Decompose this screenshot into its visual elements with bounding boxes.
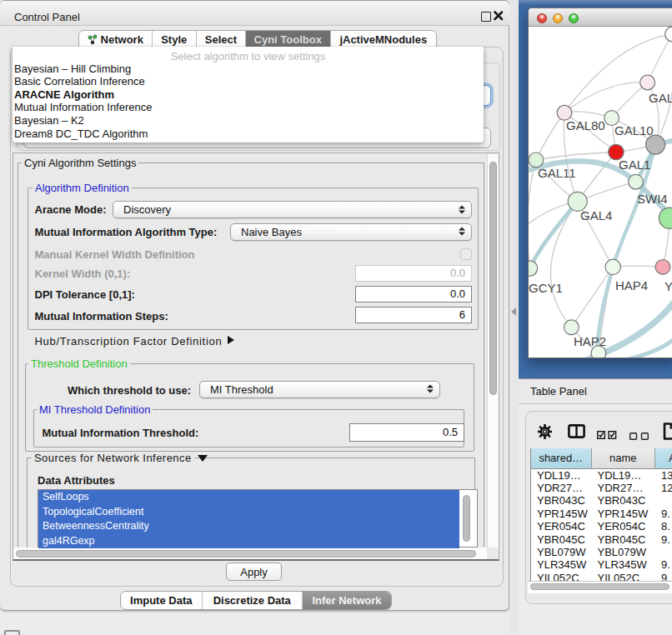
- table-cell: YDR27…: [531, 482, 592, 494]
- tab-network[interactable]: Network: [79, 31, 153, 48]
- expand-arrow-icon[interactable]: [228, 336, 234, 344]
- tab-label: Cyni Toolbox: [254, 33, 322, 46]
- algorithm-option[interactable]: ARACNE Algorithm: [14, 88, 114, 102]
- tab-select[interactable]: Select: [197, 31, 246, 48]
- cyni-bottom-tabs: Impute DataDiscretize DataInfer Network: [120, 591, 392, 610]
- sources-title[interactable]: Sources for Network Inference: [32, 452, 194, 464]
- network-window-titlebar[interactable]: [529, 8, 672, 27]
- apply-button[interactable]: Apply: [226, 562, 282, 581]
- unchecked-boxes-icon[interactable]: [629, 428, 649, 443]
- algorithm-option[interactable]: Mutual Information Inference: [14, 101, 152, 114]
- table-row[interactable]: YER054CYER054C8.: [531, 520, 672, 532]
- network-node[interactable]: [665, 27, 672, 42]
- zoom-traffic-light[interactable]: [569, 13, 579, 23]
- network-node-swi4[interactable]: [629, 174, 644, 189]
- algorithm-definition-title: Algorithm Definition: [33, 182, 132, 194]
- mi-steps-field[interactable]: 6: [355, 307, 472, 323]
- checked-boxes-icon[interactable]: [597, 428, 617, 442]
- close-icon[interactable]: [493, 10, 504, 22]
- tab-label: jActiveMNodules: [339, 33, 427, 46]
- attribute-item[interactable]: SelfLoops: [38, 490, 459, 505]
- table-horizontal-scrollbar-thumb[interactable]: [530, 583, 669, 590]
- network-node-label: GAL1: [619, 158, 650, 172]
- gear-icon[interactable]: [538, 424, 552, 442]
- table-cell: YPR145W: [592, 508, 656, 520]
- table-row[interactable]: YBR043CYBR043C: [531, 494, 672, 507]
- tab-jactivemnodules[interactable]: jActiveMNodules: [331, 31, 437, 48]
- column-header-3[interactable]: A: [655, 448, 672, 469]
- table-cell: YBR043C: [531, 494, 592, 507]
- dpi-tolerance-field[interactable]: 0.0: [355, 286, 472, 302]
- network-node-gal2[interactable]: [640, 75, 655, 90]
- kernel-width-field[interactable]: 0.0: [355, 265, 472, 282]
- network-edge[interactable]: [536, 112, 564, 160]
- split-pane-divider[interactable]: [509, 0, 519, 635]
- attributes-vertical-scrollbar-thumb[interactable]: [463, 495, 470, 542]
- collapse-arrow-icon[interactable]: [198, 455, 208, 462]
- settings-horizontal-scrollbar-thumb[interactable]: [16, 550, 476, 558]
- tab-style[interactable]: Style: [153, 31, 198, 48]
- network-view-area: GAL2GAL80GAL10GAL1GAL11GAL4SWI4GCY1HAP4Y…: [519, 0, 672, 378]
- tab-infer-network[interactable]: Infer Network: [303, 592, 391, 609]
- table-row[interactable]: YDL19…YDL19…13: [531, 469, 672, 482]
- table-row[interactable]: YPR145WYPR145W9.: [531, 508, 672, 520]
- network-edge[interactable]: [648, 34, 672, 82]
- float-window-icon[interactable]: [481, 12, 491, 22]
- attribute-item[interactable]: gal4RGexp: [38, 534, 459, 549]
- attribute-item[interactable]: BetweennessCentrality: [38, 519, 459, 534]
- column-header-1[interactable]: shared…: [531, 448, 592, 469]
- table-row[interactable]: YBL079WYBL079W: [531, 546, 672, 558]
- combo-updown-icon: [459, 205, 465, 214]
- algorithm-option[interactable]: Dream8 DC_TDC Algorithm: [14, 128, 148, 141]
- which-threshold-combobox[interactable]: MI Threshold: [199, 381, 440, 398]
- network-node-label: SWI4: [637, 192, 668, 206]
- mi-steps-label: Mutual Information Steps:: [35, 310, 168, 322]
- network-node-gcy1[interactable]: [529, 261, 538, 276]
- network-edge[interactable]: [529, 160, 536, 268]
- settings-vertical-scrollbar-thumb[interactable]: [489, 162, 497, 395]
- algorithm-dropdown-popup: Select algorithm to view settings Bayesi…: [13, 47, 484, 142]
- column-header-2[interactable]: name: [592, 448, 656, 469]
- minimize-traffic-light[interactable]: [553, 13, 563, 23]
- divider-collapse-icon[interactable]: [511, 308, 516, 316]
- split-columns-icon[interactable]: [568, 424, 585, 442]
- attributes-vertical-scrollbar[interactable]: [459, 490, 477, 547]
- mi-algorithm-type-combobox[interactable]: Naive Bayes: [230, 223, 472, 241]
- manual-kernel-width-checkbox[interactable]: [460, 248, 472, 260]
- network-node-label: Y: [664, 279, 672, 293]
- network-window[interactable]: GAL2GAL80GAL10GAL1GAL11GAL4SWI4GCY1HAP4Y…: [528, 8, 672, 358]
- network-node-hap4[interactable]: [605, 259, 620, 274]
- network-node-hap2[interactable]: [564, 320, 579, 335]
- table-cell: YLR345W: [592, 558, 656, 571]
- algorithm-option[interactable]: Bayesian – Hill Climbing: [14, 62, 131, 76]
- table-cell: YDL19…: [531, 469, 592, 482]
- table-row[interactable]: YDR27…YDR27…12: [531, 482, 672, 494]
- table-cell: 9.: [655, 533, 672, 546]
- hub-definition-label[interactable]: Hub/Transcription Factor Definition: [35, 335, 223, 348]
- network-canvas[interactable]: GAL2GAL80GAL10GAL1GAL11GAL4SWI4GCY1HAP4Y…: [529, 27, 672, 358]
- close-traffic-light[interactable]: [537, 13, 547, 23]
- mi-threshold-field[interactable]: 0.5: [349, 423, 464, 442]
- tab-discretize-data[interactable]: Discretize Data: [203, 592, 303, 609]
- attribute-item[interactable]: TopologicalCoefficient: [38, 505, 459, 520]
- network-node[interactable]: [659, 208, 672, 228]
- tab-impute-data[interactable]: Impute Data: [121, 592, 203, 609]
- algorithm-option[interactable]: Bayesian – K2: [14, 114, 84, 128]
- cyni-algorithm-settings-title: Cyni Algorithm Settings: [22, 157, 138, 169]
- table-row[interactable]: YBR045CYBR045C9.: [531, 533, 672, 546]
- mi-threshold-label: Mutual Information Threshold:: [43, 427, 199, 439]
- table-cell: YBL079W: [592, 546, 656, 558]
- mi-algorithm-type-value: Naive Bayes: [241, 226, 302, 238]
- control-panel-titlebar[interactable]: Control Panel: [0, 1, 509, 26]
- table-row[interactable]: YLR345WYLR345W9.: [531, 558, 672, 571]
- data-attributes-list: SelfLoopsTopologicalCoefficientBetweenne…: [38, 489, 478, 548]
- collapsed-panel-button[interactable]: [4, 630, 20, 635]
- network-edge[interactable]: [564, 82, 648, 112]
- table-cell: YDR27…: [592, 482, 656, 494]
- tab-cyni-toolbox[interactable]: Cyni Toolbox: [246, 31, 331, 48]
- network-node-y[interactable]: [655, 260, 670, 275]
- algorithm-option[interactable]: Basic Correlation Inference: [14, 75, 145, 88]
- document-icon[interactable]: [663, 422, 672, 443]
- aracne-mode-combobox[interactable]: Discovery: [113, 201, 472, 218]
- network-node[interactable]: [646, 135, 665, 154]
